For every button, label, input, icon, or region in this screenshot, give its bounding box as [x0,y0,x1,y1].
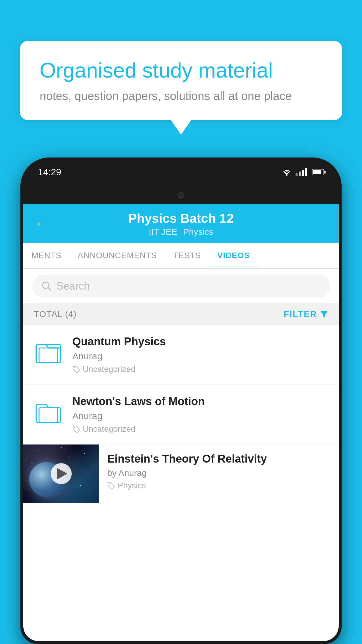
subtitle-iit: IIT JEE [149,227,177,237]
video-tag: Uncategorized [72,365,328,374]
wifi-icon [282,168,292,176]
video-thumb-icon [34,335,63,368]
tab-tests[interactable]: TESTS [165,243,209,268]
search-placeholder: Search [57,280,90,292]
search-icon [41,281,52,291]
video-tag: Uncategorized [72,424,328,434]
tag-icon [107,482,115,489]
folder-icon [36,398,61,424]
video-thumb-icon [34,395,63,427]
video-list: Quantum Physics Anurag Uncategorized [23,325,339,503]
page-title: Physics Batch 12 [128,211,234,226]
filter-bar: TOTAL (4) FILTER [23,303,339,325]
svg-rect-7 [39,408,58,422]
svg-point-8 [74,427,75,428]
speech-bubble-wrapper: Organised study material notes, question… [20,41,342,135]
video-info: Quantum Physics Anurag Uncategorized [72,335,328,374]
list-item[interactable]: Newton's Laws of Motion Anurag Uncategor… [23,385,339,444]
phone-frame: 14:29 [20,158,342,644]
tab-announcements[interactable]: ANNOUNCEMENTS [70,243,165,268]
search-bar[interactable]: Search [32,275,330,298]
back-button[interactable]: ← [35,216,48,231]
total-count: TOTAL (4) [34,309,77,319]
speech-bubble-subtitle: notes, question papers, solutions all at… [40,90,322,103]
filter-icon [320,310,328,318]
status-time: 14:29 [38,167,61,178]
svg-line-2 [48,288,51,290]
camera [178,192,184,199]
video-thumbnail [23,444,99,503]
svg-point-0 [286,174,288,176]
tab-ments[interactable]: MENTS [23,243,70,268]
phone-screen: ← Physics Batch 12 IIT JEE Physics MENTS… [23,204,339,641]
notch [158,188,204,203]
app-header: ← Physics Batch 12 IIT JEE Physics [23,204,339,243]
video-title: Newton's Laws of Motion [72,395,328,408]
video-tag: Physics [107,481,331,490]
video-info: Newton's Laws of Motion Anurag Uncategor… [72,395,328,434]
video-author: Anurag [72,411,328,421]
tabs-container: MENTS ANNOUNCEMENTS TESTS VIDEOS [23,243,339,269]
tab-videos[interactable]: VIDEOS [209,243,258,268]
notch-area [20,187,342,204]
svg-point-6 [74,367,75,368]
tag-icon [72,365,80,373]
speech-bubble-title: Organised study material [40,58,322,83]
battery-icon [312,169,324,175]
video-author: Anurag [72,351,328,362]
filter-button[interactable]: FILTER [284,309,328,319]
speech-bubble: Organised study material notes, question… [20,41,342,120]
bubble-arrow [171,120,191,135]
folder-icon [36,339,61,364]
status-icons [282,168,324,176]
list-item[interactable]: Quantum Physics Anurag Uncategorized [23,325,339,385]
subtitle-physics: Physics [183,227,213,237]
video-author: by Anurag [107,468,331,478]
signal-icon [296,168,307,176]
status-bar: 14:29 [20,158,342,187]
tag-icon [72,425,80,433]
video-info-thumb: Einstein's Theory Of Relativity by Anura… [99,444,339,498]
video-title: Einstein's Theory Of Relativity [107,453,331,465]
svg-marker-3 [321,311,328,318]
play-triangle-icon [57,468,67,480]
svg-rect-5 [39,348,58,363]
page-subtitle: IIT JEE Physics [149,227,213,237]
list-item[interactable]: Einstein's Theory Of Relativity by Anura… [23,444,339,503]
play-button[interactable] [51,463,72,484]
video-title: Quantum Physics [72,335,328,348]
svg-point-9 [109,484,110,484]
search-container: Search [23,269,339,303]
